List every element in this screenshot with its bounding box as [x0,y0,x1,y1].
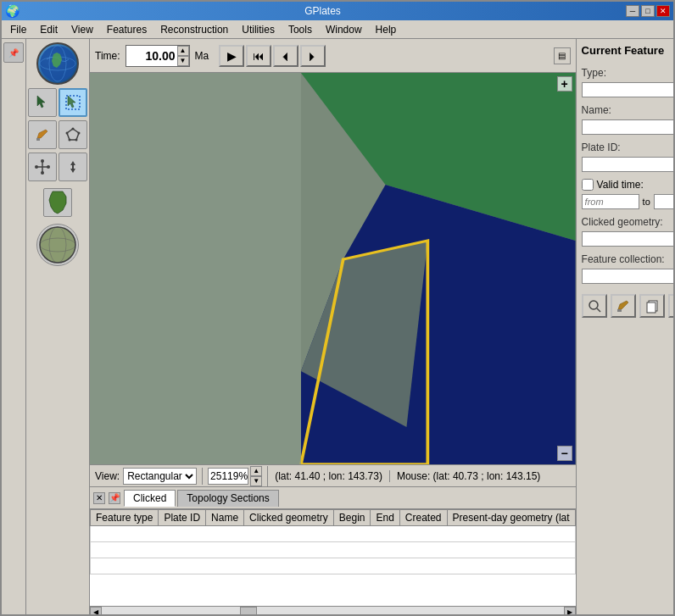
tool-pencil[interactable] [28,120,57,149]
valid-time-checkbox[interactable] [582,179,594,191]
tab-topology-sections[interactable]: Topology Sections [177,490,278,507]
time-spin-buttons: ▲ ▼ [177,46,189,66]
col-plate-id[interactable]: Plate ID [159,510,206,526]
tool-polygon[interactable] [59,120,87,149]
main-layout: 📌 [2,39,673,616]
col-created[interactable]: Created [399,510,447,526]
table-row [91,558,576,574]
scroll-thumb[interactable] [240,607,257,617]
tool-move[interactable] [59,153,87,181]
scroll-track[interactable] [102,607,564,617]
scroll-right-button[interactable]: ▶ [564,607,576,617]
svg-point-8 [75,139,78,142]
time-label: Time: [95,50,120,62]
col-feature-type[interactable]: Feature type [91,510,159,526]
tool-pointer[interactable] [28,88,57,117]
feature-coll-label: Feature collection: [582,253,675,265]
col-clicked-geometry[interactable]: Clicked geometry [244,510,334,526]
bottom-table[interactable]: Feature type Plate ID Name Clicked geome… [90,509,576,606]
name-value [582,119,675,135]
bottom-panel-header: ✕ 📌 Clicked Topology Sections [90,487,576,509]
map-container[interactable]: + − [90,73,576,464]
icon-toolbar-2 [26,39,90,616]
col-name[interactable]: Name [206,510,244,526]
close-button[interactable]: ✕ [656,5,670,17]
tool-africa[interactable] [43,188,72,217]
menu-features[interactable]: Features [100,22,153,37]
menu-edit[interactable]: Edit [33,22,64,37]
top-toolbar: Time: ▲ ▼ Ma ▶ ⏮ ⏴ ⏵ ▤ [90,39,576,73]
menu-view[interactable]: View [64,22,100,37]
tool-row-2 [28,120,87,149]
data-table: Feature type Plate ID Name Clicked geome… [90,509,576,574]
map-svg [90,73,576,464]
col-end[interactable]: End [371,510,399,526]
edit-button[interactable] [611,294,636,318]
valid-time-label: Valid time: [597,179,644,191]
expand-button[interactable]: ▤ [554,47,571,64]
svg-point-13 [35,165,38,169]
col-present-day[interactable]: Present-day geometry (lat [447,510,575,526]
next-button[interactable]: ⏵ [300,45,326,67]
title-bar: 🌍 GPlates ─ □ ✕ [2,2,673,20]
delete-button[interactable] [668,294,675,318]
col-begin[interactable]: Begin [333,510,371,526]
play-button[interactable]: ▶ [219,45,244,67]
copy-button[interactable] [639,294,665,318]
type-label: Type: [582,67,675,79]
tool-select[interactable] [59,88,87,117]
zoom-out-button[interactable]: − [557,446,572,461]
zoom-container: ▲ ▼ [203,466,268,486]
mouse-coordinates-display: Mouse: (lat: 40.73 ; lon: 143.15) [389,470,547,482]
maximize-button[interactable]: □ [641,5,655,17]
mouse-coords-value: (lat: 40.73 ; lon: 143.15) [433,470,541,482]
menu-utilities[interactable]: Utilities [235,22,282,37]
zoom-input[interactable] [208,468,248,485]
globe-icon[interactable] [36,42,79,85]
window-icon: 🌍 [5,4,20,18]
svg-marker-17 [70,161,75,173]
time-spin-down[interactable]: ▼ [177,56,189,66]
status-view-section: View: Rectangular [90,468,203,485]
toolbar-pin-icon[interactable]: 📌 [3,42,24,63]
menu-reconstruction[interactable]: Reconstruction [153,22,235,37]
scroll-left-button[interactable]: ◀ [90,607,102,617]
type-value [582,82,675,97]
zoom-in-button[interactable]: + [557,76,572,92]
zoom-spin-down[interactable]: ▼ [250,476,262,486]
ma-label: Ma [195,50,209,62]
tab-clicked[interactable]: Clicked [124,490,176,507]
tool-row-1 [28,88,87,117]
menu-window[interactable]: Window [319,22,369,37]
view-select[interactable]: Rectangular [123,468,197,485]
tool-row-3 [28,153,87,181]
prev-button[interactable]: ⏴ [273,45,298,67]
svg-point-28 [589,301,598,309]
bottom-panel-close[interactable]: ✕ [93,492,105,504]
svg-point-6 [72,128,75,130]
svg-marker-27 [90,73,301,464]
zoom-spin-up[interactable]: ▲ [250,466,262,476]
playback-buttons: ▶ ⏮ ⏴ ⏵ [219,45,326,67]
coordinates-display: (lat: 41.40 ; lon: 143.73) [268,470,389,482]
panel-title: Current Feature [582,44,675,57]
bottom-panel-pin[interactable]: 📌 [109,492,120,504]
tool-node[interactable] [28,153,57,181]
query-button[interactable] [582,294,607,318]
menu-help[interactable]: Help [369,22,404,37]
begin-button[interactable]: ⏮ [246,45,271,67]
valid-time-row: Valid time: [582,179,675,191]
menu-tools[interactable]: Tools [282,22,319,37]
clicked-geom-label: Clicked geometry: [582,216,675,228]
svg-rect-32 [647,302,655,313]
svg-point-10 [66,132,69,135]
tool-globe2[interactable] [36,224,79,266]
zoom-spin-buttons: ▲ ▼ [250,466,262,486]
time-input[interactable] [126,46,177,66]
to-input[interactable] [654,194,675,209]
menu-file[interactable]: File [3,22,33,37]
time-spin-up[interactable]: ▲ [177,46,189,56]
minimize-button[interactable]: ─ [626,5,639,17]
from-input[interactable] [582,194,639,209]
from-to-row: to [582,194,675,209]
